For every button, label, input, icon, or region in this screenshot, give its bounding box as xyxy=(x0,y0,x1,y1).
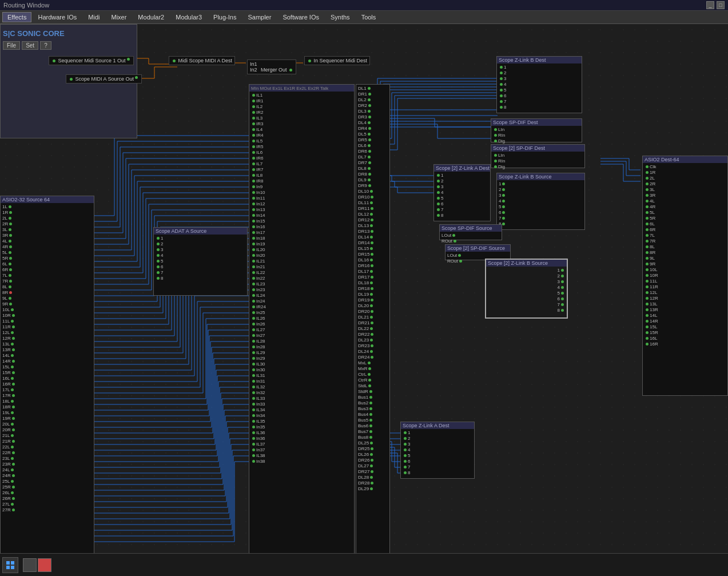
title-bar-buttons[interactable]: _ □ xyxy=(706,1,725,9)
file-button[interactable]: File xyxy=(3,41,20,50)
stm-4896-title: MIn MOut Ex1L Ex1R Ex2L Ex2R Talk xyxy=(249,85,354,92)
asio-dest-box: ASIO2 Dest-64 Clk 1R 2L 2R 3L 3R 4L 4R 5… xyxy=(642,156,728,396)
scope-spdif-source-box: Scope SP-DIF Source LOut ROut xyxy=(439,224,502,240)
asio-source-box: ASIO2-32 Source 64 1L 1R 2L 2R 3L 3R 4L … xyxy=(0,196,94,562)
scope-spdif-dest-title: Scope SP-DIF Dest xyxy=(491,119,582,126)
scope-zlink-b-source2-ports: 1 2 3 4 5 6 7 8 xyxy=(486,267,567,313)
menu-plug-ins[interactable]: Plug-Ins xyxy=(208,12,241,22)
help-button[interactable]: ? xyxy=(40,41,51,50)
stm-4896-box: MIn MOut Ex1L Ex1R Ex2L Ex2R Talk IL1 IR… xyxy=(249,84,355,573)
scope-spdif-source-title: Scope SP-DIF Source xyxy=(440,225,502,232)
merger-out-label: Merger Out xyxy=(261,67,287,73)
sequencer-midi-source-label: Sequencer Midi Source 1 Out xyxy=(58,58,126,63)
scope-spdif-source2-title: Scope [2] SP-DIF Source xyxy=(445,245,510,252)
scope-zlink-a-dest2-box: Scope [2] Z-Link A Dest 1 2 3 4 5 6 7 8 xyxy=(433,164,491,221)
scope-spdif-dest2-box: Scope [2] SP-DIF Dest LIn RIn Dig xyxy=(491,144,585,168)
scope-zlink-b-source-ports: 1 2 3 4 5 6 7 8 xyxy=(497,180,584,227)
scope-spdif-dest-box: Scope SP-DIF Dest LIn RIn Dig xyxy=(491,118,582,142)
scope-midi-source-label: Scope MIDI A Source Out xyxy=(75,76,134,82)
scope-zlink-a-dest-ports: 1 2 3 4 5 6 7 8 xyxy=(401,429,474,476)
title-bar: Routing Window _ □ xyxy=(0,0,728,11)
stm-outputs-box: DL1 DR1 DL2 DR2 DL3 DR3 DL4 DR4 DL5 DR5 … xyxy=(356,84,390,573)
merger-in1-label: In1 xyxy=(250,61,257,67)
menu-sampler[interactable]: Sampler xyxy=(242,12,276,22)
scope-zlink-b-source2-title: Scope [2] Z-Link B Source xyxy=(486,260,567,267)
asio-dest-title: ASIO2 Dest-64 xyxy=(643,156,727,163)
scope-zlink-b-dest-box: Scope Z-Link B Dest 1 2 3 4 5 6 7 8 xyxy=(496,56,582,113)
scope-zlink-b-source2-box: Scope [2] Z-Link B Source 1 2 3 4 5 6 7 … xyxy=(485,259,568,319)
scope-adat-source-box: Scope ADAT A Source 1 2 3 4 5 6 7 8 xyxy=(153,227,248,296)
scope-zlink-b-source-box: Scope Z-Link B Source 1 2 3 4 5 6 7 8 xyxy=(496,173,585,230)
taskbar-icon-1[interactable] xyxy=(23,558,37,572)
scope-zlink-b-source-title: Scope Z-Link B Source xyxy=(497,173,584,180)
scope-spdif-dest-ports: LIn RIn Dig xyxy=(491,126,582,144)
asio-source-title: ASIO2-32 Source 64 xyxy=(1,196,94,203)
start-button[interactable] xyxy=(2,557,18,573)
svg-rect-1 xyxy=(11,561,14,565)
menu-tools[interactable]: Tools xyxy=(356,12,381,22)
window-title: Routing Window xyxy=(3,2,49,9)
menu-modular3[interactable]: Modular3 xyxy=(170,12,207,22)
scope-zlink-b-dest-ports: 1 2 3 4 5 6 7 8 xyxy=(497,63,582,110)
maximize-button[interactable]: □ xyxy=(717,1,725,9)
menu-hardware-ios[interactable]: Hardware IOs xyxy=(33,12,82,22)
stm-4896-ports: IL1 IR1 IL2 IR2 IL3 IR3 IL4 IR4 IL5 IR5 … xyxy=(249,92,354,464)
scope-midi-source-box: Scope MIDI A Source Out xyxy=(66,74,142,84)
stm-output-ports: DL1 DR1 DL2 DR2 DL3 DR3 DL4 DR4 DL5 DR5 … xyxy=(356,85,389,492)
scope-adat-source-ports: 1 2 3 4 5 6 7 8 xyxy=(154,235,247,281)
scope-spdif-source-ports: LOut ROut xyxy=(440,232,502,244)
taskbar[interactable] xyxy=(0,553,728,576)
svg-rect-0 xyxy=(6,561,10,565)
svg-rect-3 xyxy=(11,566,14,569)
menu-effects[interactable]: Effects xyxy=(2,12,31,22)
sonic-core-logo: S|C SONIC CORE xyxy=(3,27,134,40)
scope-adat-source-title: Scope ADAT A Source xyxy=(154,228,247,235)
taskbar-icon-2[interactable] xyxy=(38,558,51,572)
scope-zlink-a-dest-title: Scope Z-Link A Dest xyxy=(401,422,474,429)
scope-spdif-dest2-title: Scope [2] SP-DIF Dest xyxy=(491,145,584,152)
menu-mixer[interactable]: Mixer xyxy=(106,12,132,22)
scope-zlink-a-dest2-title: Scope [2] Z-Link A Dest xyxy=(434,165,490,172)
sequencer-midi-source-box: Sequencer Midi Source 1 Out xyxy=(49,56,134,65)
svg-rect-2 xyxy=(6,566,10,569)
menu-software-ios[interactable]: Software IOs xyxy=(277,12,324,22)
merger-out-box: In1 In2 Merger Out xyxy=(247,59,296,74)
midi-scope-dest-box: Midi Scope MIDI A Dest xyxy=(169,56,235,65)
menu-bar[interactable]: Effects Hardware IOs Midi Mixer Modular2… xyxy=(0,11,728,24)
scope-spdif-dest2-ports: LIn RIn Dig xyxy=(491,152,584,170)
menu-modular2[interactable]: Modular2 xyxy=(133,12,169,22)
menu-midi[interactable]: Midi xyxy=(83,12,105,22)
scope-zlink-a-dest2-ports: 1 2 3 4 5 6 7 8 xyxy=(434,172,490,219)
taskbar-quick-launch[interactable] xyxy=(23,558,51,572)
windows-icon xyxy=(6,561,14,569)
set-button[interactable]: Set xyxy=(22,41,38,50)
minimize-button[interactable]: _ xyxy=(706,1,714,9)
menu-synths[interactable]: Synths xyxy=(325,12,355,22)
in-seq-midi-dest-label: In Sequencer Midi Dest xyxy=(314,58,368,63)
midi-scope-dest-label: Midi Scope MIDI A Dest xyxy=(178,58,233,63)
merger-in2-label: In2 xyxy=(250,67,257,73)
in-seq-midi-dest-box: In Sequencer Midi Dest xyxy=(304,56,370,65)
asio-dest-ports: Clk 1R 2L 2R 3L 3R 4L 4R 5L 5R 6L 6R 7L … xyxy=(643,163,727,347)
scope-zlink-a-dest-box: Scope Z-Link A Dest 1 2 3 4 5 6 7 8 xyxy=(400,422,475,479)
asio-source-ports: 1L 1R 2L 2R 3L 3R 4L 4R 5L 5R 6L 6R 7L 7… xyxy=(1,203,94,513)
scope-spdif-source2-box: Scope [2] SP-DIF Source LOut ROut xyxy=(445,244,511,260)
scope-zlink-b-dest-title: Scope Z-Link B Dest xyxy=(497,57,582,63)
sidebar-buttons[interactable]: File Set ? xyxy=(3,40,134,51)
routing-canvas[interactable]: S|C SONIC CORE File Set ? Sequencer Midi… xyxy=(0,24,728,573)
